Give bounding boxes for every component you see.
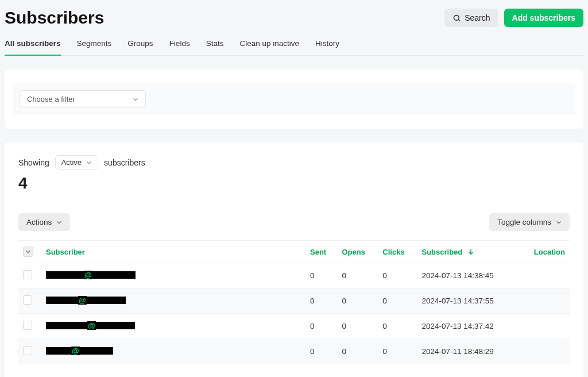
subscriber-cell[interactable]: @	[41, 288, 305, 314]
at-symbol: @	[87, 321, 96, 330]
add-subscribers-button[interactable]: Add subscribers	[504, 9, 583, 27]
sent-cell: 0	[305, 314, 337, 339]
subscribers-card: Showing Active subscribers 4 Actions Tog…	[5, 143, 583, 377]
showing-suffix: subscribers	[104, 158, 145, 167]
opens-cell: 0	[337, 314, 378, 339]
svg-point-0	[454, 15, 459, 20]
col-clicks[interactable]: Clicks	[378, 241, 417, 263]
status-value: Active	[61, 158, 82, 167]
subscribed-cell: 2024-07-13 14:37:55	[417, 288, 519, 314]
subscribed-cell: 2024-07-13 14:37:42	[417, 314, 519, 339]
filter-inner: Choose a filter	[13, 83, 575, 115]
clicks-cell: 0	[378, 314, 417, 339]
tab-stats[interactable]: Stats	[206, 33, 224, 56]
tab-groups[interactable]: Groups	[127, 33, 153, 56]
subscribers-table: Subscriber Sent Opens Clicks Subscribed …	[18, 240, 570, 364]
chevron-down-icon	[86, 160, 92, 166]
tabs-nav: All subscribersSegmentsGroupsFieldsStats…	[5, 33, 583, 56]
table-row: @0002024-07-13 14:38:45	[18, 263, 570, 288]
status-select[interactable]: Active	[55, 155, 98, 170]
subscribed-cell: 2024-07-13 14:38:45	[417, 263, 519, 288]
row-checkbox[interactable]	[23, 295, 32, 305]
actions-label: Actions	[26, 218, 52, 226]
redacted-domain-part	[80, 347, 113, 355]
subscriber-count: 4	[18, 174, 570, 193]
subscriber-cell[interactable]: @	[41, 339, 305, 364]
search-icon	[452, 14, 461, 22]
location-cell	[519, 263, 570, 288]
tab-clean-up-inactive[interactable]: Clean up inactive	[239, 33, 299, 56]
table-row: @0002024-07-11 18:48:29	[18, 339, 570, 364]
row-checkbox[interactable]	[23, 346, 32, 355]
actions-button[interactable]: Actions	[18, 213, 70, 231]
col-location[interactable]: Location	[519, 241, 570, 263]
row-checkbox[interactable]	[23, 321, 32, 330]
row-checkbox[interactable]	[23, 270, 32, 279]
location-cell	[519, 339, 570, 364]
at-symbol: @	[84, 271, 92, 279]
showing-prefix: Showing	[18, 158, 49, 167]
redacted-local-part	[46, 347, 71, 355]
clicks-cell: 0	[378, 339, 417, 364]
sent-cell: 0	[305, 339, 337, 364]
chevron-down-icon	[133, 97, 138, 102]
col-subscribed-label: Subscribed	[421, 248, 462, 256]
redacted-domain-part	[92, 271, 136, 279]
header-actions: Search Add subscribers	[444, 9, 583, 27]
redacted-local-part	[46, 297, 78, 304]
toggle-columns-button[interactable]: Toggle columns	[489, 213, 570, 231]
clicks-cell: 0	[378, 288, 417, 314]
at-symbol: @	[78, 296, 87, 305]
col-sent[interactable]: Sent	[305, 241, 337, 263]
add-subscribers-label: Add subscribers	[512, 13, 575, 22]
opens-cell: 0	[337, 339, 378, 364]
redacted-domain-part	[87, 297, 126, 304]
redacted-local-part	[46, 322, 87, 329]
filter-placeholder: Choose a filter	[27, 95, 75, 103]
location-cell	[519, 288, 570, 314]
opens-cell: 0	[337, 288, 378, 314]
filter-card: Choose a filter	[5, 70, 583, 129]
at-symbol: @	[71, 347, 80, 355]
page-title: Subscribers	[5, 8, 104, 28]
search-button-label: Search	[465, 13, 490, 22]
tab-history[interactable]: History	[315, 33, 339, 56]
subscribed-cell: 2024-07-11 18:48:29	[417, 339, 519, 364]
tab-segments[interactable]: Segments	[77, 33, 112, 56]
location-cell	[519, 314, 570, 339]
tab-all-subscribers[interactable]: All subscribers	[5, 33, 61, 56]
chevron-down-icon	[56, 220, 62, 225]
table-row: @0002024-07-13 14:37:42	[18, 314, 570, 339]
svg-line-1	[458, 20, 460, 21]
redacted-local-part	[46, 271, 84, 279]
sort-desc-icon	[468, 248, 474, 256]
filter-select[interactable]: Choose a filter	[20, 90, 146, 108]
search-button[interactable]: Search	[444, 9, 498, 27]
toggle-columns-label: Toggle columns	[497, 218, 551, 226]
col-subscriber[interactable]: Subscriber	[41, 241, 305, 263]
redacted-domain-part	[96, 322, 135, 329]
chevron-down-icon	[556, 220, 562, 225]
sent-cell: 0	[305, 263, 337, 288]
col-subscribed[interactable]: Subscribed	[417, 241, 519, 263]
chevron-down-icon	[25, 249, 31, 255]
subscriber-cell[interactable]: @	[41, 263, 305, 288]
sent-cell: 0	[305, 288, 337, 314]
col-opens[interactable]: Opens	[337, 241, 378, 263]
select-all-checkbox[interactable]	[23, 247, 33, 257]
subscriber-cell[interactable]: @	[41, 314, 305, 339]
table-row: @0002024-07-13 14:37:55	[18, 288, 570, 314]
opens-cell: 0	[337, 263, 378, 288]
clicks-cell: 0	[378, 263, 417, 288]
tab-fields[interactable]: Fields	[169, 33, 190, 56]
